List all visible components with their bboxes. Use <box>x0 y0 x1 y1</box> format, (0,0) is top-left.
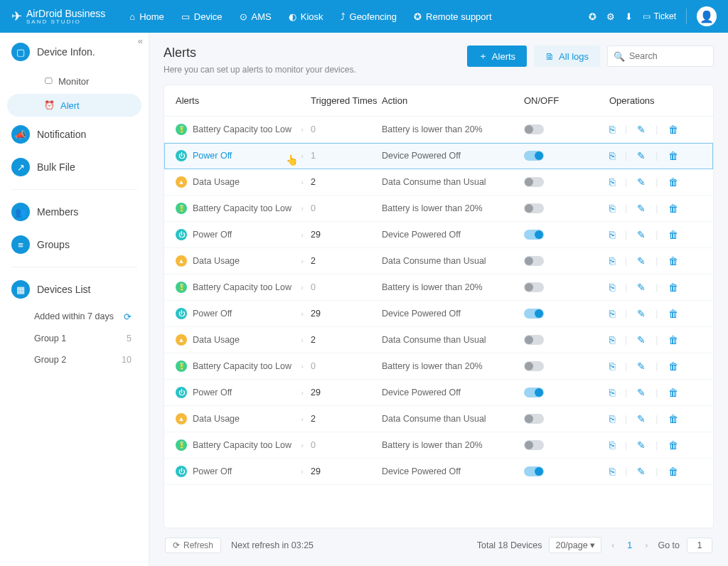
edit-icon[interactable]: ✎ <box>637 413 646 424</box>
delete-icon[interactable]: 🗑 <box>668 466 678 477</box>
copy-icon[interactable]: ⎘ <box>609 466 615 477</box>
edit-icon[interactable]: ✎ <box>637 282 646 293</box>
toggle-switch[interactable] <box>524 309 544 319</box>
delete-icon[interactable]: 🗑 <box>668 387 678 398</box>
sidebar-item-devices-list[interactable]: ▦ Devices List <box>0 273 149 306</box>
delete-icon[interactable]: 🗑 <box>668 308 678 319</box>
people-icon[interactable]: ✪ <box>589 11 596 22</box>
toggle-switch[interactable] <box>524 230 544 240</box>
copy-icon[interactable]: ⎘ <box>609 255 615 267</box>
toggle-switch[interactable] <box>524 203 544 213</box>
toggle-switch[interactable] <box>524 414 544 424</box>
toggle-switch[interactable] <box>524 256 544 266</box>
toggle-switch[interactable] <box>524 335 544 345</box>
table-row[interactable]: ⏻Power Off›29Device Powered Off⎘|✎|🗑 <box>164 301 713 327</box>
copy-icon[interactable]: ⎘ <box>609 439 615 451</box>
ticket-link[interactable]: ▭ Ticket <box>643 11 676 21</box>
delete-icon[interactable]: 🗑 <box>668 229 678 240</box>
sidebar-item-groups[interactable]: ≡ Groups <box>0 228 149 261</box>
edit-icon[interactable]: ✎ <box>637 255 646 267</box>
copy-icon[interactable]: ⎘ <box>609 229 615 240</box>
table-row[interactable]: ▲Data Usage›2Data Consume than Usual⎘|✎|… <box>164 248 713 274</box>
toggle-switch[interactable] <box>524 151 544 161</box>
refresh-button[interactable]: ⟳ Refresh <box>165 538 221 553</box>
delete-icon[interactable]: 🗑 <box>668 203 678 214</box>
avatar[interactable]: 👤 <box>697 6 717 26</box>
table-row[interactable]: ⏻Power Off›29Device Powered Off⎘|✎|🗑 <box>164 380 713 406</box>
delete-icon[interactable]: 🗑 <box>668 282 678 293</box>
delete-icon[interactable]: 🗑 <box>668 413 678 424</box>
topnav-item-ams[interactable]: ⊙AMS <box>232 7 279 26</box>
edit-icon[interactable]: ✎ <box>637 203 646 214</box>
search-box[interactable]: 🔍 <box>607 46 714 67</box>
alerts-button[interactable]: ＋ Alerts <box>467 46 527 67</box>
delete-icon[interactable]: 🗑 <box>668 176 678 188</box>
goto-input[interactable] <box>687 538 712 553</box>
edit-icon[interactable]: ✎ <box>637 439 646 451</box>
sidebar-item-alert[interactable]: ⏰ Alert <box>7 94 141 117</box>
toggle-switch[interactable] <box>524 177 544 187</box>
page-size-select[interactable]: 20/page ▾ <box>549 537 601 553</box>
edit-icon[interactable]: ✎ <box>637 361 646 372</box>
prev-page-button[interactable]: ‹ <box>609 540 617 550</box>
copy-icon[interactable]: ⎘ <box>609 361 615 372</box>
table-row[interactable]: ▲Data Usage›2Data Consume than Usual⎘|✎|… <box>164 406 713 432</box>
copy-icon[interactable]: ⎘ <box>609 176 615 188</box>
toggle-switch[interactable] <box>524 361 544 371</box>
edit-icon[interactable]: ✎ <box>637 387 646 398</box>
delete-icon[interactable]: 🗑 <box>668 150 678 161</box>
copy-icon[interactable]: ⎘ <box>609 413 615 424</box>
edit-icon[interactable]: ✎ <box>637 229 646 240</box>
table-row[interactable]: 🔋Battery Capacity too Low›0Battery is lo… <box>164 274 713 301</box>
download-icon[interactable]: ⬇ <box>625 11 633 22</box>
copy-icon[interactable]: ⎘ <box>609 334 615 346</box>
table-row[interactable]: 🔋Battery Capacity too Low›0Battery is lo… <box>164 117 713 143</box>
delete-icon[interactable]: 🗑 <box>668 124 678 135</box>
copy-icon[interactable]: ⎘ <box>609 387 615 398</box>
toggle-switch[interactable] <box>524 124 544 134</box>
topnav-item-kiosk[interactable]: ◐Kiosk <box>282 7 331 26</box>
copy-icon[interactable]: ⎘ <box>609 150 615 161</box>
copy-icon[interactable]: ⎘ <box>609 282 615 293</box>
copy-icon[interactable]: ⎘ <box>609 308 615 319</box>
search-input[interactable] <box>629 51 707 61</box>
current-page[interactable]: 1 <box>624 540 635 550</box>
toggle-switch[interactable] <box>524 440 544 450</box>
delete-icon[interactable]: 🗑 <box>668 255 678 267</box>
next-page-button[interactable]: › <box>642 540 651 550</box>
delete-icon[interactable]: 🗑 <box>668 361 678 372</box>
copy-icon[interactable]: ⎘ <box>609 203 615 214</box>
sidebar-leaf-group1[interactable]: Group 1 5 <box>0 328 149 349</box>
sidebar-item-bulk-file[interactable]: ↗ Bulk File <box>0 151 149 183</box>
topnav-item-geofencing[interactable]: ⤴Geofencing <box>333 7 405 26</box>
edit-icon[interactable]: ✎ <box>637 176 646 188</box>
toggle-switch[interactable] <box>524 282 544 292</box>
collapse-icon[interactable]: « <box>138 36 143 46</box>
sidebar-item-notification[interactable]: 📣 Notification <box>0 118 149 151</box>
edit-icon[interactable]: ✎ <box>637 334 646 346</box>
toggle-switch[interactable] <box>524 466 544 476</box>
table-row[interactable]: ▲Data Usage›2Data Consume than Usual⎘|✎|… <box>164 327 713 353</box>
table-row[interactable]: 🔋Battery Capacity too Low›0Battery is lo… <box>164 196 713 222</box>
copy-icon[interactable]: ⎘ <box>609 124 615 135</box>
toggle-switch[interactable] <box>524 388 544 397</box>
gear-icon[interactable]: ⚙ <box>606 11 615 22</box>
topnav-item-home[interactable]: ⌂Home <box>122 7 171 26</box>
sidebar-item-monitor[interactable]: 🖵 Monitor <box>7 70 141 92</box>
sidebar-leaf-group2[interactable]: Group 2 10 <box>0 349 149 370</box>
edit-icon[interactable]: ✎ <box>637 308 646 319</box>
edit-icon[interactable]: ✎ <box>637 466 646 477</box>
delete-icon[interactable]: 🗑 <box>668 439 678 451</box>
sidebar-item-device-info[interactable]: ▢ Device Infon. <box>0 36 149 68</box>
edit-icon[interactable]: ✎ <box>637 150 646 161</box>
table-row[interactable]: ⏻Power Off›29Device Powered Off⎘|✎|🗑 <box>164 222 713 248</box>
topnav-item-device[interactable]: ▭Device <box>174 7 230 26</box>
table-row[interactable]: ⏻Power Off›29Device Powered Off⎘|✎|🗑 <box>164 459 713 485</box>
table-row[interactable]: ⏻Power Off👆›1Device Powered Off⎘|✎|🗑 <box>164 143 713 169</box>
table-row[interactable]: 🔋Battery Capacity too Low›0Battery is lo… <box>164 353 713 380</box>
topnav-item-remote-support[interactable]: ✪Remote support <box>407 7 499 26</box>
table-row[interactable]: 🔋Battery Capacity too Low›0Battery is lo… <box>164 432 713 459</box>
edit-icon[interactable]: ✎ <box>637 124 646 135</box>
sidebar-item-members[interactable]: 👥 Members <box>0 196 149 228</box>
all-logs-button[interactable]: 🗎 All logs <box>534 46 600 67</box>
